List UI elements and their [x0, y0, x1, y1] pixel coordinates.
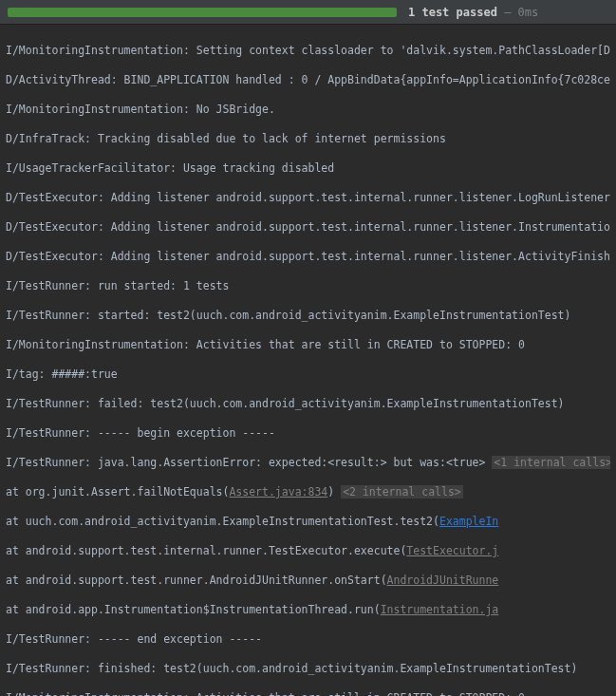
log-line: I/TestRunner: ----- begin exception ----… — [6, 426, 610, 442]
test-status-bar: 1 test passed – 0ms — [0, 0, 616, 25]
stack-text: at android.support.test.internal.runner.… — [6, 544, 406, 557]
log-line: I/MonitoringInstrumentation: Activities … — [6, 691, 610, 696]
source-link[interactable]: ExampleIn — [439, 515, 498, 528]
stack-text: I/TestRunner: java.lang.AssertionError: … — [6, 456, 492, 469]
stack-text: at uuch.com.android_activityanim.Example… — [6, 515, 439, 528]
log-line: D/ActivityThread: BIND_APPLICATION handl… — [6, 73, 610, 88]
log-line: I/MonitoringInstrumentation: Activities … — [6, 338, 610, 353]
stack-text: at android.app.Instrumentation$Instrumen… — [6, 603, 381, 616]
progress-fill — [8, 8, 397, 17]
log-line: D/TestExecutor: Adding listener android.… — [6, 250, 610, 265]
internal-calls-hint: <1 internal calls> — [492, 456, 610, 469]
log-line: at uuch.com.android_activityanim.Example… — [6, 515, 610, 530]
log-line: I/tag: #####:true — [6, 367, 610, 383]
stack-text: at android.support.test.runner.AndroidJU… — [6, 574, 387, 587]
log-line: I/TestRunner: started: test2(uuch.com.an… — [6, 309, 610, 324]
source-link[interactable]: Instrumentation.ja — [381, 603, 499, 616]
log-line: I/TestRunner: java.lang.AssertionError: … — [6, 456, 610, 471]
source-link[interactable]: TestExecutor.j — [406, 544, 498, 557]
log-line: at android.support.test.internal.runner.… — [6, 544, 610, 559]
log-line: at android.support.test.runner.AndroidJU… — [6, 574, 610, 589]
log-line: I/TestRunner: finished: test2(uuch.com.a… — [6, 662, 610, 677]
internal-calls-hint: <2 internal calls> — [341, 485, 463, 498]
log-line: I/TestRunner: failed: test2(uuch.com.and… — [6, 397, 610, 412]
stack-text: at org.junit.Assert.failNotEquals( — [6, 485, 229, 498]
tests-passed-label: 1 test passed — [408, 6, 497, 19]
log-line: I/TestRunner: run started: 1 tests — [6, 279, 610, 294]
log-line: I/MonitoringInstrumentation: No JSBridge… — [6, 103, 610, 118]
log-line: D/InfraTrack: Tracking disabled due to l… — [6, 132, 610, 147]
log-line: I/UsageTrackerFacilitator: Usage trackin… — [6, 161, 610, 177]
progress-bar — [8, 8, 397, 17]
console-output[interactable]: I/MonitoringInstrumentation: Setting con… — [0, 25, 616, 696]
status-text: 1 test passed – 0ms — [408, 6, 538, 19]
elapsed-time: – 0ms — [497, 6, 538, 19]
log-line: at android.app.Instrumentation$Instrumen… — [6, 603, 610, 618]
log-line: I/MonitoringInstrumentation: Setting con… — [6, 44, 610, 59]
log-line: D/TestExecutor: Adding listener android.… — [6, 191, 610, 206]
log-line: at org.junit.Assert.failNotEquals(Assert… — [6, 485, 610, 500]
source-link[interactable]: AndroidJUnitRunne — [387, 574, 499, 587]
log-line: D/TestExecutor: Adding listener android.… — [6, 220, 610, 235]
source-link[interactable]: Assert.java:834 — [229, 485, 327, 498]
log-line: I/TestRunner: ----- end exception ----- — [6, 632, 610, 648]
stack-text: ) — [327, 485, 341, 498]
